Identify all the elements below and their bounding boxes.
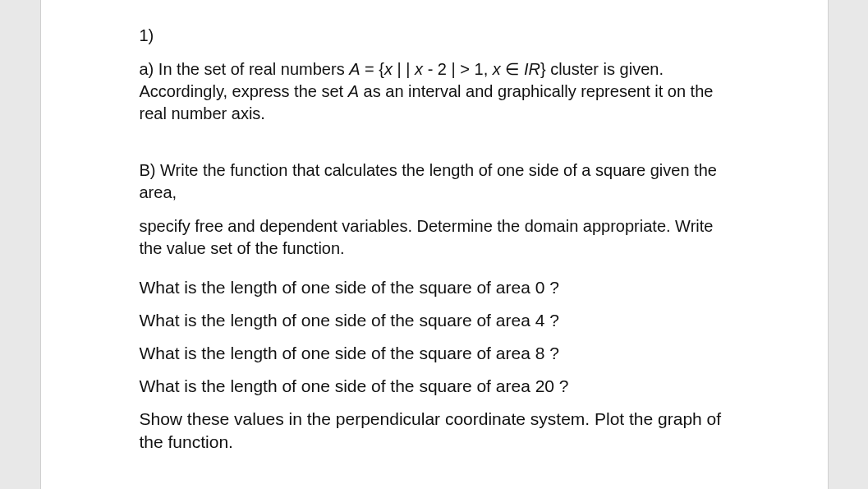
app-canvas: 1) a) In the set of real numbers A = {x …	[0, 0, 868, 489]
question-area-0: What is the length of one side of the sq…	[140, 271, 729, 304]
part-b-intro: B) Write the function that calculates th…	[140, 159, 729, 204]
question-area-8: What is the length of one side of the sq…	[140, 337, 729, 370]
closing-instruction: Show these values in the perpendicular c…	[140, 408, 729, 454]
part-a-text: a) In the set of real numbers A = {x | |…	[140, 58, 729, 125]
question-area-20: What is the length of one side of the sq…	[140, 370, 729, 403]
question-area-4: What is the length of one side of the sq…	[140, 304, 729, 337]
part-b-spec: specify free and dependent variables. De…	[140, 215, 729, 260]
problem-number: 1)	[140, 25, 729, 47]
document-page: 1) a) In the set of real numbers A = {x …	[40, 0, 829, 489]
